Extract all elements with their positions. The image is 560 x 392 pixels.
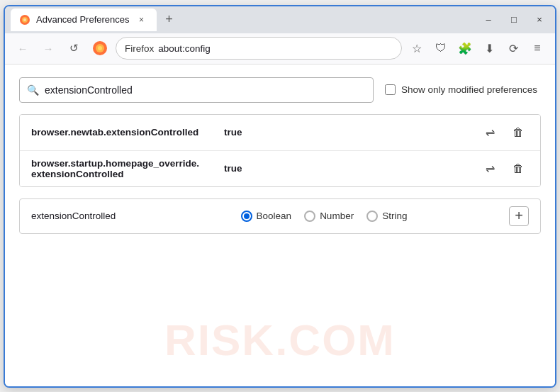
boolean-label: Boolean [257,211,292,221]
boolean-option[interactable]: Boolean [241,211,292,222]
firefox-logo-icon [91,40,108,57]
shield-icon[interactable]: 🛡 [430,38,452,59]
number-option[interactable]: Number [304,211,354,222]
svg-point-2 [23,18,26,21]
new-tab-button[interactable]: + [159,10,179,30]
tab-favicon [19,14,30,26]
delete-button-1[interactable]: 🗑 [508,122,529,143]
back-button[interactable]: ← [12,38,33,59]
bookmark-icon[interactable]: ☆ [406,38,427,59]
address-text: about:config [158,43,393,54]
browser-window: Advanced Preferences × + – □ × ← → ↺ Fir… [4,5,556,388]
sync-icon[interactable]: ⟳ [503,38,524,59]
search-input[interactable] [45,84,366,96]
maximize-button[interactable]: □ [504,10,524,30]
page-content: RISK.COM 🔍 Show only modified preference… [5,65,555,386]
table-row: browser.startup.homepage_override. exten… [20,151,540,186]
tab-bar: Advanced Preferences × + – □ × [5,6,555,33]
delete-button-2[interactable]: 🗑 [508,158,529,179]
table-row: browser.newtab.extensionControlled true … [20,115,540,151]
type-options: Boolean Number String [156,211,492,222]
show-modified-checkbox[interactable] [385,84,396,95]
pref-name-1: browser.newtab.extensionControlled [31,127,215,138]
pref-name-2-line2: extensionControlled [31,169,215,179]
results-table: browser.newtab.extensionControlled true … [19,114,541,187]
menu-icon[interactable]: ≡ [527,38,548,59]
show-modified-row: Show only modified preferences [385,84,537,95]
extension-icon[interactable]: 🧩 [454,38,476,59]
search-icon: 🔍 [27,84,39,96]
svg-point-5 [98,46,102,50]
row-actions-1: ⇌ 🗑 [479,122,529,143]
window-controls: – □ × [478,10,549,30]
new-pref-row: extensionControlled Boolean Number Strin… [19,198,541,234]
boolean-radio-icon [241,211,252,222]
close-button[interactable]: × [530,10,549,30]
add-button[interactable]: + [509,206,529,226]
minimize-button[interactable]: – [478,10,498,30]
pref-value-1: true [224,127,242,138]
string-radio-icon [366,211,378,222]
toggle-button-1[interactable]: ⇌ [479,122,500,143]
toggle-button-2[interactable]: ⇌ [479,158,500,179]
watermark: RISK.COM [164,315,396,365]
tab-close-button[interactable]: × [135,13,148,26]
new-pref-name: extensionControlled [31,211,145,221]
toolbar: ← → ↺ Firefox about:config ☆ 🛡 🧩 ⬇ ⟳ ≡ [5,33,555,65]
toolbar-icons: ☆ 🛡 🧩 ⬇ ⟳ ≡ [406,38,548,59]
pref-name-2-line1: browser.startup.homepage_override. [31,158,215,169]
number-label: Number [320,211,354,221]
download-icon[interactable]: ⬇ [478,38,500,59]
row-actions-2: ⇌ 🗑 [479,158,529,179]
reload-button[interactable]: ↺ [63,38,84,59]
pref-name-2-wrap: browser.startup.homepage_override. exten… [31,158,215,179]
browser-name-label: Firefox [125,43,154,54]
string-label: String [382,211,407,221]
string-option[interactable]: String [366,211,407,222]
search-row: 🔍 Show only modified preferences [19,77,541,103]
number-radio-icon [304,211,315,222]
search-box[interactable]: 🔍 [19,77,374,103]
forward-button[interactable]: → [38,38,59,59]
pref-value-2: true [224,163,242,174]
address-bar[interactable]: Firefox about:config [116,37,402,60]
tab-title: Advanced Preferences [36,14,130,25]
active-tab: Advanced Preferences × [11,9,157,31]
show-modified-label: Show only modified preferences [401,84,537,95]
